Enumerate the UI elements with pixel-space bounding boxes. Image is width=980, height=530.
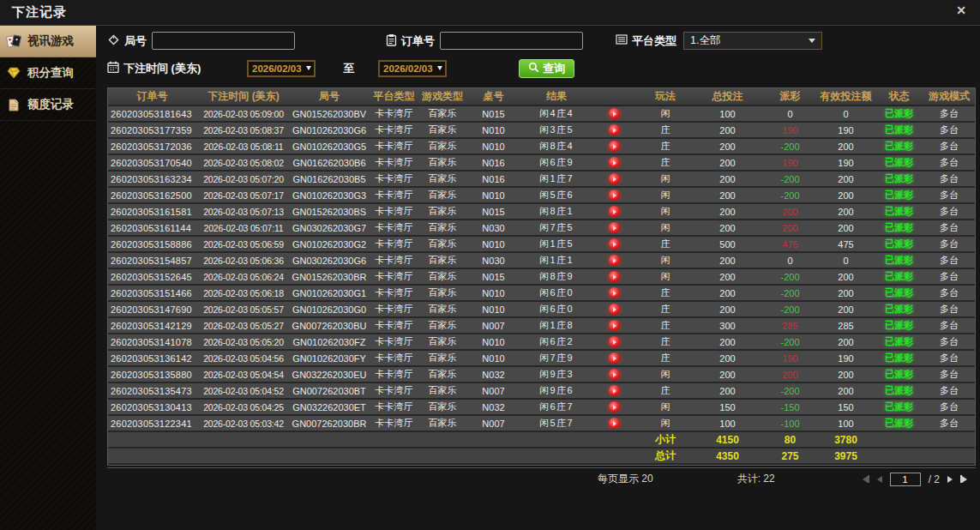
play-icon[interactable] bbox=[609, 287, 620, 298]
order-no-label-group: 订单号 bbox=[386, 33, 435, 49]
page-title: 下注记录 bbox=[12, 4, 67, 21]
cell-result: 闲7庄5 bbox=[522, 221, 591, 234]
cell-table: N010 bbox=[465, 304, 522, 315]
cell-order: 260203053172036 bbox=[108, 142, 196, 152]
cell-payout: 475 bbox=[761, 239, 819, 250]
subtotal-total-bet: 4150 bbox=[694, 434, 761, 446]
cell-result: 闲8庄9 bbox=[522, 270, 591, 283]
cell-order: 260203053170540 bbox=[108, 158, 196, 168]
clipboard-icon bbox=[386, 33, 397, 49]
cell-table: N010 bbox=[465, 190, 522, 201]
col-header-table: 桌号 bbox=[465, 88, 522, 105]
play-icon[interactable] bbox=[609, 190, 620, 201]
play-icon[interactable] bbox=[609, 124, 620, 136]
date-to-picker[interactable]: 2026/02/03 bbox=[378, 60, 447, 77]
result-play-cell bbox=[591, 124, 637, 136]
cell-payout: 0 bbox=[761, 256, 819, 266]
grand-total-label: 总计 bbox=[637, 449, 694, 463]
cell-mode: 多台 bbox=[925, 156, 973, 169]
cell-time: 2026-02-03 05:05:20 bbox=[196, 337, 291, 347]
cell-result: 闲4庄4 bbox=[522, 107, 591, 120]
play-icon[interactable] bbox=[609, 271, 620, 282]
cell-result: 闲5庄6 bbox=[522, 189, 591, 202]
cell-game: 百家乐 bbox=[420, 401, 465, 413]
page-number-input[interactable] bbox=[890, 473, 921, 486]
cell-mode: 多台 bbox=[925, 189, 973, 202]
next-page-icon[interactable] bbox=[947, 476, 953, 483]
cell-table: N032 bbox=[465, 370, 522, 380]
play-icon[interactable] bbox=[609, 173, 620, 184]
total-count-label: 共计: 22 bbox=[737, 472, 775, 486]
cell-status: 已派彩 bbox=[873, 205, 925, 218]
table-row: 2602030531816432026-02-03 05:09:00GN0152… bbox=[108, 106, 975, 123]
cell-payout: -150 bbox=[761, 402, 819, 413]
table-row: 2602030531358802026-02-03 05:04:54GN0322… bbox=[108, 367, 975, 383]
first-page-icon[interactable] bbox=[863, 475, 869, 483]
play-icon[interactable] bbox=[609, 401, 620, 413]
cell-game: 百家乐 bbox=[420, 303, 465, 316]
play-icon[interactable] bbox=[609, 238, 620, 250]
sidebar-item-credit-records[interactable]: 额度记录 bbox=[0, 89, 96, 121]
col-header-status: 状态 bbox=[873, 88, 925, 105]
cell-status: 已派彩 bbox=[873, 303, 925, 316]
search-button[interactable]: 查询 bbox=[519, 59, 574, 78]
play-icon[interactable] bbox=[609, 320, 620, 331]
cell-mode: 多台 bbox=[925, 254, 973, 267]
result-play-cell bbox=[591, 336, 637, 347]
cell-result: 闲1庄5 bbox=[522, 238, 591, 250]
cell-bet: 200 bbox=[694, 125, 761, 136]
cell-order: 260203053161144 bbox=[108, 223, 196, 233]
cell-round: GN015262030BV bbox=[291, 109, 368, 119]
cell-payout: -100 bbox=[761, 419, 819, 429]
cell-round: GN010262030G1 bbox=[291, 288, 368, 298]
cell-status: 已派彩 bbox=[873, 319, 925, 332]
cell-table: N007 bbox=[465, 321, 522, 331]
platform-type-value: 1.全部 bbox=[690, 33, 720, 48]
play-icon[interactable] bbox=[609, 418, 620, 429]
cell-bet: 200 bbox=[694, 174, 761, 184]
result-play-cell bbox=[591, 418, 637, 429]
play-icon[interactable] bbox=[609, 222, 620, 233]
cell-valid: 200 bbox=[819, 207, 873, 217]
cell-game: 百家乐 bbox=[420, 140, 465, 153]
cell-method: 庄 bbox=[637, 286, 694, 299]
cell-method: 闲 bbox=[637, 401, 694, 413]
per-page-label: 每页显示 20 bbox=[598, 472, 653, 486]
date-from-picker[interactable]: 2026/02/03 bbox=[247, 60, 316, 77]
round-no-input[interactable] bbox=[152, 32, 295, 50]
result-play-cell bbox=[591, 287, 637, 298]
cell-game: 百家乐 bbox=[420, 417, 465, 430]
col-header-mode: 游戏模式 bbox=[925, 88, 973, 105]
sidebar-item-video-games[interactable]: 视讯游戏 bbox=[0, 26, 96, 57]
play-icon[interactable] bbox=[609, 108, 620, 119]
last-page-icon[interactable] bbox=[960, 475, 967, 483]
cell-game: 百家乐 bbox=[420, 368, 465, 381]
play-icon[interactable] bbox=[609, 385, 620, 396]
play-icon[interactable] bbox=[609, 157, 620, 168]
play-icon[interactable] bbox=[609, 141, 620, 152]
result-play-cell bbox=[591, 352, 637, 364]
table-row: 2602030531476902026-02-03 05:05:57GN0102… bbox=[108, 302, 975, 318]
result-play-cell bbox=[591, 141, 637, 152]
result-play-cell bbox=[591, 173, 637, 184]
platform-type-select[interactable]: 1.全部 bbox=[683, 32, 822, 50]
play-icon[interactable] bbox=[609, 336, 620, 347]
order-no-input[interactable] bbox=[440, 32, 583, 50]
play-icon[interactable] bbox=[609, 304, 620, 315]
grand-total-payout: 275 bbox=[761, 450, 819, 462]
chevron-down-icon bbox=[306, 66, 311, 70]
close-icon[interactable]: ✕ bbox=[956, 4, 966, 16]
cell-order: 260203053135473 bbox=[108, 386, 196, 396]
table-row: 2602030531705402026-02-03 05:08:02GN0162… bbox=[108, 155, 975, 172]
col-header-payout: 派彩 bbox=[761, 88, 819, 105]
cell-bet: 200 bbox=[694, 207, 761, 217]
cell-valid: 100 bbox=[819, 419, 873, 429]
sidebar-item-points-query[interactable]: 积分查询 bbox=[0, 57, 96, 89]
play-icon[interactable] bbox=[609, 369, 620, 380]
cell-payout: -200 bbox=[761, 272, 819, 282]
prev-page-icon[interactable] bbox=[877, 476, 882, 483]
result-play-cell bbox=[591, 157, 637, 168]
play-icon[interactable] bbox=[609, 255, 620, 266]
play-icon[interactable] bbox=[609, 352, 620, 364]
play-icon[interactable] bbox=[609, 206, 620, 217]
